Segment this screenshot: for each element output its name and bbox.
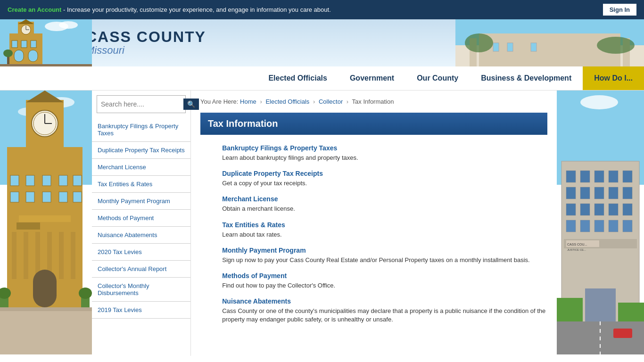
nav-business-development[interactable]: Business & Development bbox=[470, 66, 583, 90]
sidebar-item-duplicate[interactable]: Duplicate Property Tax Receipts bbox=[92, 142, 190, 159]
svg-rect-49 bbox=[73, 175, 82, 186]
sidebar-item-monthly-disbursements[interactable]: Collector's Monthly Disbursements bbox=[92, 278, 190, 302]
content-item-monthly-payment: Monthly Payment Program Sign up now to p… bbox=[222, 247, 547, 264]
svg-rect-3 bbox=[9, 33, 42, 66]
svg-text:JUSTICE CE...: JUSTICE CE... bbox=[567, 248, 586, 251]
svg-point-64 bbox=[580, 95, 618, 109]
content-item-bankruptcy-title[interactable]: Bankruptcy Filings & Property Taxes bbox=[222, 144, 547, 152]
svg-rect-12 bbox=[14, 50, 24, 62]
svg-rect-19 bbox=[479, 33, 620, 66]
top-bar: Create an Account - Increase your produc… bbox=[0, 0, 644, 19]
svg-rect-81 bbox=[623, 204, 632, 215]
svg-rect-73 bbox=[580, 187, 590, 199]
svg-rect-79 bbox=[594, 204, 604, 215]
sidebar-item-bankruptcy[interactable]: Bankruptcy Filings & Property Taxes bbox=[92, 118, 190, 142]
content-item-nuisance-title[interactable]: Nuisance Abatements bbox=[222, 297, 547, 305]
content-item-monthly-payment-title[interactable]: Monthly Payment Program bbox=[222, 247, 547, 254]
svg-rect-84 bbox=[594, 220, 604, 232]
svg-rect-69 bbox=[594, 171, 604, 182]
svg-rect-24 bbox=[531, 43, 537, 51]
svg-rect-45 bbox=[10, 175, 19, 186]
main-content: You Are Here: Home › Elected Officials ›… bbox=[191, 90, 557, 356]
svg-rect-39 bbox=[24, 232, 28, 279]
svg-rect-51 bbox=[26, 192, 34, 202]
svg-rect-76 bbox=[623, 187, 632, 199]
content-spacer bbox=[200, 144, 213, 332]
nav-government[interactable]: Government bbox=[339, 66, 405, 90]
svg-rect-43 bbox=[71, 232, 75, 279]
svg-rect-94 bbox=[557, 298, 583, 321]
svg-rect-13 bbox=[28, 50, 38, 62]
svg-rect-52 bbox=[42, 192, 51, 202]
sidebar-item-tax-levies-2020[interactable]: 2020 Tax Levies bbox=[92, 244, 190, 261]
sidebar-item-tax-levies-2019[interactable]: 2019 Tax Levies bbox=[92, 302, 190, 319]
content-item-merchant: Merchant License Obtain a merchant licen… bbox=[222, 195, 547, 213]
sidebar: 🔍 Bankruptcy Filings & Property Taxes Du… bbox=[92, 90, 191, 356]
svg-rect-75 bbox=[609, 187, 618, 199]
svg-rect-10 bbox=[21, 41, 27, 48]
content-item-duplicate-title[interactable]: Duplicate Property Tax Receipts bbox=[222, 170, 547, 177]
sidebar-search-container: 🔍 bbox=[97, 95, 186, 113]
content-item-methods-title[interactable]: Methods of Payment bbox=[222, 272, 547, 280]
sign-in-button[interactable]: Sign In bbox=[603, 4, 636, 16]
svg-rect-23 bbox=[507, 43, 513, 51]
svg-rect-22 bbox=[493, 43, 499, 51]
header: ★ ★ ★ CASS COUNTY Missouri ⚙ Site Tools bbox=[0, 19, 644, 66]
svg-rect-82 bbox=[566, 220, 576, 232]
sidebar-item-monthly-payment[interactable]: Monthly Payment Program bbox=[92, 193, 190, 210]
content-item-tax-entities-title[interactable]: Tax Entities & Rates bbox=[222, 221, 547, 229]
svg-point-25 bbox=[465, 33, 493, 52]
svg-rect-53 bbox=[59, 192, 67, 202]
sidebar-item-merchant[interactable]: Merchant License bbox=[92, 159, 190, 176]
svg-rect-47 bbox=[42, 175, 51, 186]
sidebar-menu: Bankruptcy Filings & Property Taxes Dupl… bbox=[92, 118, 190, 319]
svg-rect-54 bbox=[73, 192, 82, 202]
svg-text:CASS COU...: CASS COU... bbox=[567, 243, 587, 246]
svg-rect-80 bbox=[609, 204, 618, 215]
svg-point-26 bbox=[597, 37, 635, 54]
content-area: Bankruptcy Filings & Property Taxes Lear… bbox=[200, 144, 547, 332]
logo-name: CASS COUNTY Missouri bbox=[80, 29, 206, 57]
content-item-tax-entities-desc: Learn about tax rates. bbox=[222, 230, 547, 239]
content-item-methods-desc: Find out how to pay the Collector's Offi… bbox=[222, 281, 547, 290]
svg-rect-11 bbox=[31, 41, 36, 48]
svg-rect-38 bbox=[12, 232, 17, 279]
nav-how-do-i[interactable]: How Do I... bbox=[583, 66, 644, 90]
breadcrumb-home[interactable]: Home bbox=[240, 98, 256, 105]
page-title: Tax Information bbox=[200, 113, 547, 135]
create-account-link[interactable]: Create an Account bbox=[8, 6, 61, 13]
breadcrumb-sep2: › bbox=[313, 98, 315, 105]
logo-county: CASS COUNTY bbox=[86, 29, 206, 44]
svg-rect-50 bbox=[10, 192, 19, 202]
svg-point-62 bbox=[79, 288, 92, 299]
svg-rect-44 bbox=[33, 270, 57, 307]
svg-rect-70 bbox=[609, 171, 618, 182]
left-building-image bbox=[0, 90, 92, 356]
breadcrumb-collector[interactable]: Collector bbox=[319, 98, 343, 105]
sidebar-item-methods[interactable]: Methods of Payment bbox=[92, 210, 190, 227]
svg-rect-48 bbox=[59, 175, 67, 186]
breadcrumb-elected-officials[interactable]: Elected Officials bbox=[265, 98, 309, 105]
svg-rect-78 bbox=[580, 204, 590, 215]
svg-rect-68 bbox=[580, 171, 590, 182]
breadcrumb-sep1: › bbox=[260, 98, 262, 105]
svg-rect-74 bbox=[594, 187, 604, 199]
search-input[interactable] bbox=[101, 100, 183, 108]
sidebar-item-nuisance[interactable]: Nuisance Abatements bbox=[92, 227, 190, 244]
sidebar-item-tax-entities[interactable]: Tax Entities & Rates bbox=[92, 176, 190, 193]
content-item-merchant-title[interactable]: Merchant License bbox=[222, 195, 547, 203]
sidebar-item-annual-report[interactable]: Collector's Annual Report bbox=[92, 261, 190, 278]
content-item-bankruptcy: Bankruptcy Filings & Property Taxes Lear… bbox=[222, 144, 547, 162]
svg-rect-72 bbox=[566, 187, 576, 199]
page-container: 🔍 Bankruptcy Filings & Property Taxes Du… bbox=[0, 90, 644, 356]
nav-our-county[interactable]: Our County bbox=[405, 66, 470, 90]
content-item-nuisance: Nuisance Abatements Cass County or one o… bbox=[222, 297, 547, 324]
svg-rect-85 bbox=[609, 220, 618, 232]
header-right-image bbox=[455, 19, 644, 66]
breadcrumb-prefix: You Are Here: bbox=[200, 98, 238, 105]
svg-point-16 bbox=[3, 49, 13, 57]
svg-rect-71 bbox=[623, 171, 632, 182]
content-item-duplicate: Duplicate Property Tax Receipts Get a co… bbox=[222, 170, 547, 188]
nav-elected-officials[interactable]: Elected Officials bbox=[257, 66, 339, 90]
main-nav: Elected Officials Government Our County … bbox=[0, 66, 644, 90]
